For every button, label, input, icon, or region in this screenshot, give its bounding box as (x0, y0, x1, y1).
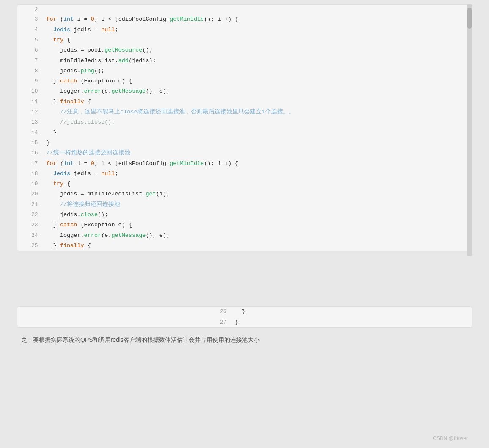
line-content: try { (43, 179, 472, 189)
table-row: 15} (17, 138, 472, 148)
table-row: 22 jedis.close(); (17, 210, 472, 220)
table-row: 26 } (17, 307, 472, 317)
line-content: } catch (Exception e) { (43, 220, 472, 230)
table-row: 14 } (17, 128, 472, 138)
table-row: 27} (17, 317, 472, 327)
line-content: for (int i = 0; i < jedisPoolConfig.getM… (43, 14, 472, 25)
line-content: } finally { (43, 97, 472, 107)
table-row: 16//统一将预热的连接还回连接池 (17, 148, 472, 158)
line-content: } catch (Exception e) { (43, 76, 472, 86)
line-number: 25 (17, 241, 43, 251)
line-number: 16 (17, 148, 43, 158)
line-content: } (232, 317, 472, 327)
table-row: 8 jedis.ping(); (17, 66, 472, 76)
line-number: 11 (17, 97, 43, 107)
line-number: 20 (17, 189, 43, 199)
table-row: 23 } catch (Exception e) { (17, 220, 472, 230)
table-row: 12 //注意，这里不能马上close将连接还回连接池，否则最后连接池里只会建立… (17, 107, 472, 117)
line-content: } (232, 307, 472, 317)
scrollbar-thumb[interactable] (467, 8, 472, 29)
bottom-code-section: 26 }27} (0, 306, 489, 328)
table-row: 11 } finally { (17, 97, 472, 107)
line-number: 8 (17, 66, 43, 76)
line-content: for (int i = 0; i < jedisPoolConfig.getM… (43, 159, 472, 169)
line-number: 24 (17, 231, 43, 241)
line-number: 13 (17, 117, 43, 127)
table-row: 6 jedis = pool.getResource(); (17, 45, 472, 55)
line-number: 3 (17, 14, 43, 25)
line-number: 26 (17, 307, 232, 317)
bottom-text-content: 之，要根据实际系统的QPS和调用redis客户端的根据数体活估计会并占用使用的连… (21, 336, 260, 343)
line-number: 2 (17, 5, 43, 14)
line-content: } (43, 138, 472, 148)
top-code-block: 23for (int i = 0; i < jedisPoolConfig.ge… (17, 4, 472, 251)
table-row: 21 //将连接归还回连接池 (17, 200, 472, 210)
line-number: 14 (17, 128, 43, 138)
line-number: 21 (17, 200, 43, 210)
table-row: 19 try { (17, 179, 472, 189)
line-content (43, 5, 472, 14)
line-content: //jedis.close(); (43, 117, 472, 127)
line-number: 19 (17, 179, 43, 189)
line-number: 15 (17, 138, 43, 148)
line-content: jedis.ping(); (43, 66, 472, 76)
line-content: jedis = pool.getResource(); (43, 45, 472, 55)
table-row: 2 (17, 5, 472, 14)
line-content: } finally { (43, 241, 472, 251)
table-row: 9 } catch (Exception e) { (17, 76, 472, 86)
line-number: 27 (17, 317, 232, 327)
line-content: Jedis jedis = null; (43, 25, 472, 35)
line-number: 10 (17, 86, 43, 96)
table-row: 24 logger.error(e.getMessage(), e); (17, 231, 472, 241)
table-row: 20 jedis = minIdleJedisList.get(i); (17, 189, 472, 199)
line-content: Jedis jedis = null; (43, 169, 472, 179)
table-row: 5 try { (17, 35, 472, 45)
line-number: 12 (17, 107, 43, 117)
page-wrapper: 23for (int i = 0; i < jedisPoolConfig.ge… (0, 0, 489, 448)
line-content: //将连接归还回连接池 (43, 200, 472, 210)
csdn-watermark: CSDN @friover (433, 435, 468, 441)
line-content: } (43, 128, 472, 138)
line-number: 18 (17, 169, 43, 179)
top-code-section: 23for (int i = 0; i < jedisPoolConfig.ge… (0, 0, 489, 251)
line-number: 4 (17, 25, 43, 35)
line-number: 9 (17, 76, 43, 86)
line-number: 6 (17, 45, 43, 55)
table-row: 10 logger.error(e.getMessage(), e); (17, 86, 472, 96)
bottom-code-block: 26 }27} (17, 306, 472, 328)
line-number: 23 (17, 220, 43, 230)
scrollbar-track[interactable] (467, 4, 472, 256)
line-number: 22 (17, 210, 43, 220)
gap-section (0, 251, 489, 306)
line-content: jedis.close(); (43, 210, 472, 220)
line-content: jedis = minIdleJedisList.get(i); (43, 189, 472, 199)
line-content: //注意，这里不能马上close将连接还回连接池，否则最后连接池里只会建立1个连… (43, 107, 472, 117)
line-number: 17 (17, 159, 43, 169)
table-row: 18 Jedis jedis = null; (17, 169, 472, 179)
table-row: 25 } finally { (17, 241, 472, 251)
line-content: minIdleJedisList.add(jedis); (43, 56, 472, 66)
line-content: //统一将预热的连接还回连接池 (43, 148, 472, 158)
line-content: logger.error(e.getMessage(), e); (43, 231, 472, 241)
table-row: 3for (int i = 0; i < jedisPoolConfig.get… (17, 14, 472, 25)
line-number: 5 (17, 35, 43, 45)
line-content: logger.error(e.getMessage(), e); (43, 86, 472, 96)
table-row: 7 minIdleJedisList.add(jedis); (17, 56, 472, 66)
bottom-description: 之，要根据实际系统的QPS和调用redis客户端的根据数体活估计会并占用使用的连… (0, 328, 489, 352)
line-number: 7 (17, 56, 43, 66)
table-row: 17for (int i = 0; i < jedisPoolConfig.ge… (17, 159, 472, 169)
table-row: 4 Jedis jedis = null; (17, 25, 472, 35)
table-row: 13 //jedis.close(); (17, 117, 472, 127)
line-content: try { (43, 35, 472, 45)
